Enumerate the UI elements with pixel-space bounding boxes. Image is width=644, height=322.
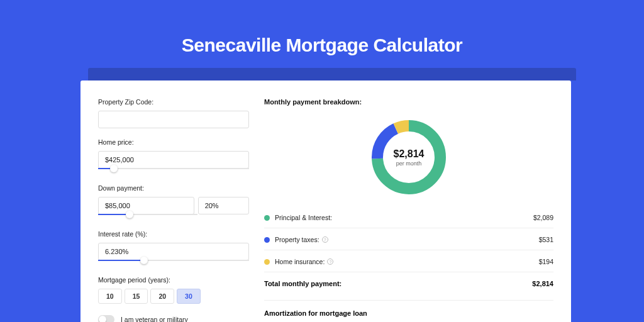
total-label: Total monthly payment: [264,280,341,287]
legend-value: $194 [539,258,553,265]
period-15-button[interactable]: 15 [125,289,148,304]
down-payment-pct-input[interactable] [198,197,249,214]
legend-value: $531 [539,236,553,243]
legend-row-insurance: Home insurance: ? $194 [264,253,553,270]
legend-text: Principal & Interest: [275,214,332,221]
amortization-title: Amortization for mortgage loan [264,309,553,317]
legend-text: Home insurance: [275,258,325,265]
donut-sub: per month [396,160,422,167]
dot-icon [264,259,270,265]
home-price-slider[interactable] [98,168,249,177]
home-price-input[interactable] [98,151,249,169]
total-value: $2,814 [532,280,553,287]
help-icon[interactable]: ? [327,258,333,265]
donut-chart-wrap: $2,814 per month [264,116,553,209]
zip-label: Property Zip Code: [98,98,249,106]
legend-label: Property taxes: ? [275,236,539,243]
legend-text: Property taxes: [275,236,319,243]
legend-label: Home insurance: ? [275,258,539,265]
home-price-label: Home price: [98,138,249,146]
inputs-column: Property Zip Code: Home price: Down paym… [98,98,249,322]
calculator-card: Property Zip Code: Home price: Down paym… [80,80,571,322]
zip-input[interactable] [98,111,249,128]
dot-icon [264,237,270,243]
veteran-toggle[interactable] [98,315,114,322]
breakdown-column: Monthly payment breakdown: $2,814 per mo… [264,98,553,322]
legend-label: Principal & Interest: [275,214,533,221]
divider [264,272,553,272]
divider [264,228,553,228]
page-title: Senecaville Mortgage Calculator [0,0,644,74]
legend-row-taxes: Property taxes: ? $531 [264,231,553,248]
veteran-toggle-row: I am veteran or military [98,315,249,322]
veteran-label: I am veteran or military [121,316,188,322]
dot-icon [264,215,270,221]
period-20-button[interactable]: 20 [150,289,174,304]
legend-value: $2,089 [533,214,553,221]
donut-center: $2,814 per month [370,118,448,196]
period-30-button[interactable]: 30 [177,289,201,304]
help-icon[interactable]: ? [322,236,328,243]
down-payment-input[interactable] [98,197,194,214]
period-group: 10 15 20 30 [98,289,249,304]
interest-rate-label: Interest rate (%): [98,230,249,238]
donut-amount: $2,814 [394,148,425,160]
breakdown-title: Monthly payment breakdown: [264,98,553,106]
total-row: Total monthly payment: $2,814 [264,275,553,299]
divider [264,300,553,301]
interest-rate-input[interactable] [98,243,249,260]
period-10-button[interactable]: 10 [98,289,122,304]
interest-rate-slider[interactable] [98,260,249,269]
legend-row-principal: Principal & Interest: $2,089 [264,209,553,226]
down-payment-slider[interactable] [98,214,197,223]
card-shadow [88,68,576,80]
monthly-payment-donut: $2,814 per month [370,118,448,196]
divider [264,250,553,250]
down-payment-label: Down payment: [98,184,249,192]
period-label: Mortgage period (years): [98,276,249,284]
